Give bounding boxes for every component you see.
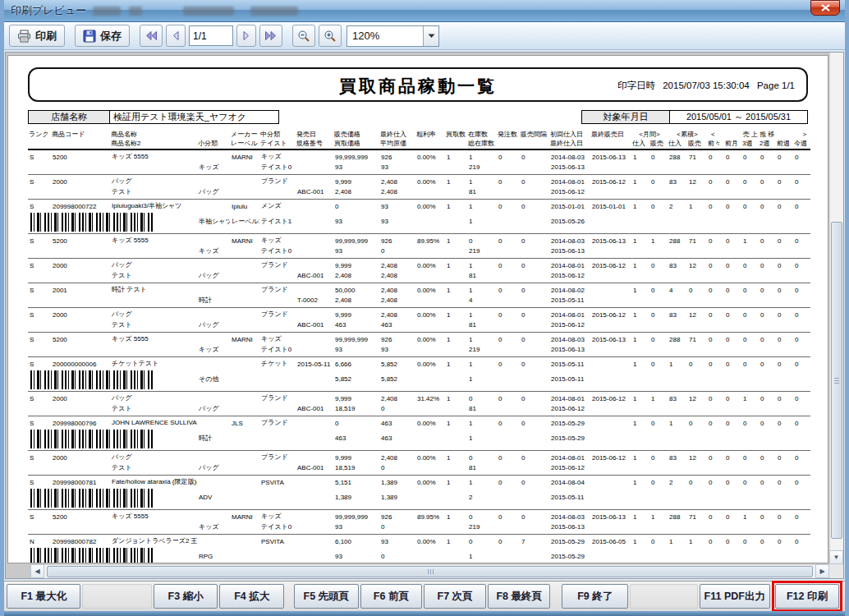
cell-blank (668, 427, 687, 450)
cell-blank (415, 294, 445, 307)
cell-label: レーベル1 (230, 210, 259, 233)
close-button[interactable] (810, 0, 840, 16)
cell-last-cost: 2,408 (379, 450, 415, 462)
cell-blank (741, 343, 759, 356)
scrollbar-corner (829, 564, 843, 578)
cell-product-name: チケットテスト (110, 356, 197, 368)
vertical-scrollbar[interactable] (829, 53, 843, 564)
cell-last-sale-date: 2015-06-12 (590, 174, 631, 186)
cell-taste (259, 486, 296, 509)
print-button[interactable]: 印刷 (9, 25, 65, 47)
cell-blank (776, 462, 793, 475)
subheader-8: 前週 (776, 139, 793, 149)
cell-first-buy-date: 2015-05-11 (549, 356, 590, 368)
first-page-button[interactable] (140, 25, 163, 47)
target-period-label: 対象年月日 (581, 110, 670, 124)
cell-total-stock: 81 (467, 186, 497, 199)
report-table-header: ランク商品コード商品名称メーカー中分類発売日販売価格最終仕入粗利率買取数在庫数発… (28, 130, 810, 149)
fn-button-f9[interactable]: F9 終了 (562, 584, 628, 609)
cell-week-0: 0 (707, 356, 724, 368)
vertical-scrollbar-thumb[interactable] (831, 222, 842, 539)
cell-total-stock: 1 (467, 427, 497, 450)
table-row-line2: テストバッグABC-0012,4082,408812015-06-12 (28, 269, 810, 283)
cell-buy-price: 93 (333, 161, 379, 174)
cell-blank (668, 319, 687, 332)
header-11-line2: 総在庫数 (467, 139, 497, 149)
cell-order-qty: 0 (497, 199, 520, 210)
cell-product-name: キッズ 5555 (110, 233, 197, 245)
cell-blank (649, 486, 668, 509)
cell-sub-category: RPG (197, 545, 230, 563)
cell-blank (668, 402, 687, 416)
report-page: 買取商品稼動一覧 印字日時 2015/07/03 15:30:04 Page 1… (7, 55, 828, 563)
cell-buy-qty: 1 (445, 174, 467, 186)
cell-blank (724, 402, 741, 416)
cell-avg-cost: 0 (379, 545, 415, 563)
cell-blank (759, 486, 776, 509)
prev-page-button[interactable] (166, 25, 186, 47)
redacted-text (93, 7, 121, 16)
fn-button-f8[interactable]: F8 最終頁 (488, 584, 551, 609)
fn-button-f5[interactable]: F5 先頭頁 (294, 584, 359, 609)
last-page-button[interactable] (259, 25, 282, 47)
fn-button-f11[interactable]: F11 PDF出力 (700, 584, 770, 609)
cell-rank: S (28, 283, 51, 294)
cell-blank (776, 294, 793, 307)
zoom-combo-arrow[interactable] (423, 26, 438, 46)
scroll-right-button[interactable]: ▶ (815, 564, 829, 578)
cell-monthly-sell: 0 (649, 475, 668, 486)
cell-blank (724, 210, 741, 233)
fn-button-f12[interactable]: F12 印刷 (775, 584, 839, 609)
next-page-button[interactable] (236, 25, 256, 47)
cell-week-5: 0 (793, 199, 810, 210)
cell-taste (259, 269, 296, 283)
cell-last-buy-date: 2015-05-11 (549, 294, 590, 307)
zoom-in-button[interactable] (319, 25, 342, 47)
cell-blank (707, 521, 724, 534)
fn-button-f3[interactable]: F3 縮小 (154, 584, 218, 609)
table-row-line2: キッズテイスト093932192015-06-13 (28, 343, 810, 356)
cell-cumulative-buy: 83 (668, 307, 687, 319)
horizontal-scrollbar-thumb[interactable] (47, 566, 813, 577)
cell-blank (668, 186, 687, 199)
cell-barcode-container (28, 427, 197, 450)
cell-blank (707, 486, 724, 509)
cell-blank (668, 368, 687, 391)
cell-week-0: 0 (707, 174, 724, 186)
zoom-level-combo[interactable]: 120% (346, 25, 439, 47)
fn-button-f4[interactable]: F4 拡大 (219, 584, 284, 609)
cell-blank (520, 427, 549, 450)
page-info: Page 1/1 (757, 80, 795, 90)
page-number-input[interactable] (189, 25, 233, 46)
cell-rank-blank (28, 294, 51, 307)
titlebar[interactable]: 印刷プレビュー (4, 0, 845, 22)
cell-gross-margin: 0.00% (415, 475, 445, 486)
cell-blank (724, 294, 741, 307)
fn-button-f1[interactable]: F1 最大化 (7, 584, 80, 609)
zoom-out-button[interactable] (292, 25, 315, 47)
cell-blank (520, 402, 549, 416)
cell-sub-category: ADV (197, 486, 230, 509)
save-button[interactable]: 保存 (75, 25, 130, 47)
scroll-down-button[interactable]: ▼ (829, 550, 843, 564)
subheader-2: 仕入 (668, 139, 687, 149)
cell-stock: 1 (467, 174, 497, 186)
horizontal-scrollbar[interactable] (30, 564, 829, 578)
cell-blank (668, 462, 687, 475)
cell-blank (687, 343, 707, 356)
cell-blank (724, 343, 741, 356)
scroll-left-button[interactable]: ◀ (30, 564, 44, 578)
header-10-line1: 買取数 (445, 130, 467, 139)
cell-label (230, 486, 259, 509)
subheader-6: 3週 (741, 139, 759, 149)
fn-button-f7[interactable]: F7 次頁 (424, 584, 486, 609)
fn-button-f6[interactable]: F6 前頁 (360, 584, 423, 609)
header-14-line1: 初回仕入日 (549, 130, 590, 139)
cell-week-4: 0 (776, 450, 793, 462)
cell-blank (520, 294, 549, 307)
cell-blank (724, 545, 741, 563)
cell-stock: 1 (467, 149, 497, 161)
cell-blank (707, 402, 724, 416)
cell-cumulative-buy: 2 (668, 199, 687, 210)
cell-cumulative-buy: 288 (668, 509, 687, 521)
